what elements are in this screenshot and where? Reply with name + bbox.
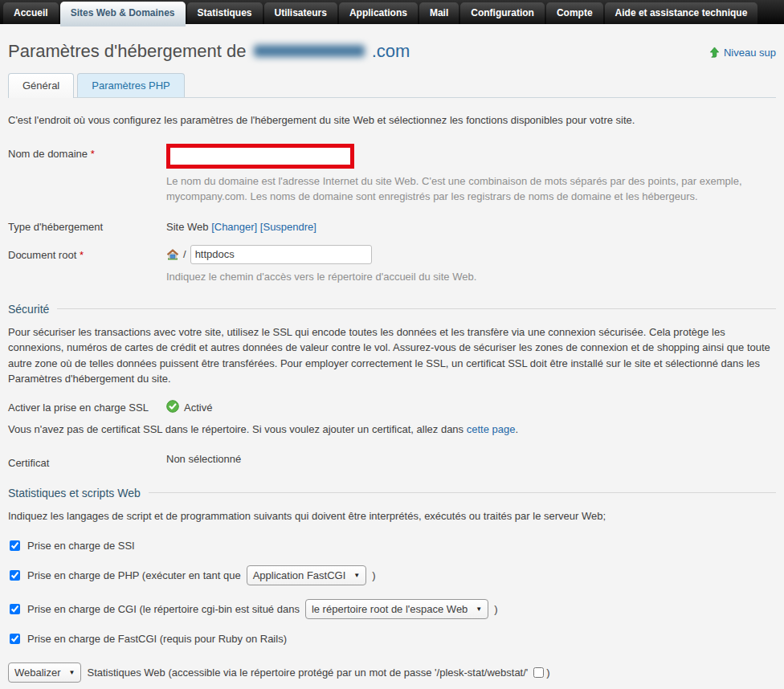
cgi-support-checkbox[interactable]	[10, 604, 20, 614]
section-divider	[57, 308, 776, 309]
certificate-value: Non sélectionné	[166, 453, 241, 469]
nav-tab-utilisateurs[interactable]: Utilisateurs	[264, 2, 337, 24]
hosting-type-value: Site Web	[166, 221, 209, 233]
cgi-support-label: Prise en charge de CGI (le répertoire cg…	[27, 603, 300, 615]
fastcgi-support-checkbox[interactable]	[10, 634, 20, 644]
web-statistics-label: Statistiques Web (accessible via le répe…	[87, 667, 528, 679]
domain-name-label: Nom de domaine *	[8, 144, 166, 160]
chevron-down-icon: ▼	[476, 605, 482, 613]
php-support-label: Prise en charge de PHP (exécuter en tant…	[27, 569, 241, 581]
ssi-support-checkbox[interactable]	[10, 540, 20, 551]
document-root-row: Document root * / Indiquez le chemin d'a…	[8, 245, 776, 285]
required-asterisk: *	[91, 148, 95, 160]
chevron-down-icon: ▼	[353, 572, 360, 579]
nav-tab-statistiques[interactable]: Statistiques	[187, 2, 263, 24]
certificate-note: Vous n'avez pas de certificat SSL dans l…	[8, 423, 776, 435]
php-handler-select[interactable]: Application FastCGI ▼	[247, 565, 367, 585]
cgi-support-row: Prise en charge de CGI (le répertoire cg…	[8, 599, 776, 619]
settings-tabs: Général Paramètres PHP	[8, 73, 776, 98]
nav-tab-mail[interactable]: Mail	[419, 2, 459, 24]
certificate-page-link[interactable]: cette page	[467, 423, 516, 435]
nav-tab-aide[interactable]: Aide et assistance technique	[605, 2, 758, 24]
fastcgi-support-label: Prise en charge de FastCGI (requis pour …	[27, 633, 287, 645]
stats-description: Indiquez les langages de script et de pr…	[8, 508, 776, 524]
domain-redacted	[254, 45, 365, 57]
domain-name-hint: Le nom du domaine est l'adresse Internet…	[166, 174, 765, 205]
page-title: Paramètres d'hébergement de .com	[8, 41, 410, 62]
hosting-type-change-link[interactable]: [Changer]	[211, 221, 257, 233]
tab-parametres-php[interactable]: Paramètres PHP	[77, 73, 185, 97]
ssl-support-row: Activer la prise en charge SSL Activé	[8, 400, 776, 415]
php-support-row: Prise en charge de PHP (exécuter en tant…	[8, 565, 776, 585]
nav-tab-compte[interactable]: Compte	[546, 2, 603, 24]
annotation-rectangle-domain	[166, 144, 354, 169]
web-statistics-select[interactable]: Webalizer ▼	[8, 662, 81, 683]
web-statistics-row: Webalizer ▼ Statistiques Web (accessible…	[8, 662, 776, 683]
title-row: Paramètres d'hébergement de .com Niveau …	[8, 41, 776, 62]
security-description: Pour sécuriser les transactions avec vot…	[8, 324, 776, 387]
domain-suffix: .com	[372, 41, 410, 61]
ssi-support-row: Prise en charge de SSI	[8, 540, 776, 552]
document-root-label: Document root *	[8, 245, 166, 261]
nav-tab-sites-web-domaines[interactable]: Sites Web & Domaines	[60, 2, 186, 26]
fastcgi-support-row: Prise en charge de FastCGI (requis pour …	[8, 633, 776, 645]
ssl-status-text: Activé	[184, 402, 212, 414]
document-root-input[interactable]	[190, 245, 372, 264]
hosting-type-label: Type d'hébergement	[8, 217, 166, 233]
domain-name-row: Nom de domaine * Le nom du domaine est l…	[8, 144, 776, 205]
php-support-checkbox[interactable]	[10, 570, 20, 581]
chevron-down-icon: ▼	[69, 669, 76, 676]
intro-text: C'est l'endroit où vous configurez les p…	[8, 114, 776, 126]
certificate-label: Certificat	[8, 453, 166, 469]
ssi-support-label: Prise en charge de SSI	[27, 540, 135, 552]
nav-tab-accueil[interactable]: Accueil	[3, 2, 59, 24]
stats-section-heading: Statistiques et scripts Web	[8, 487, 776, 499]
cgi-bin-location-select[interactable]: le répertoire root de l'espace Web ▼	[305, 599, 488, 619]
required-asterisk: *	[80, 249, 84, 261]
protected-directory-checkbox[interactable]	[533, 667, 544, 678]
status-enabled-icon	[166, 400, 179, 415]
level-up-label: Niveau sup	[724, 47, 776, 59]
domain-name-input[interactable]	[170, 148, 350, 165]
path-separator: /	[183, 248, 186, 260]
level-up-link[interactable]: Niveau sup	[708, 47, 776, 59]
top-navigation: Accueil Sites Web & Domaines Statistique…	[0, 0, 784, 24]
nav-tab-applications[interactable]: Applications	[339, 2, 418, 24]
tab-general[interactable]: Général	[8, 73, 74, 98]
certificate-row: Certificat Non sélectionné	[8, 453, 776, 469]
section-divider	[149, 492, 776, 493]
hosting-type-row: Type d'hébergement Site Web [Changer] [S…	[8, 217, 776, 233]
hosting-type-suspend-link[interactable]: [Suspendre]	[260, 221, 316, 233]
ssl-support-label: Activer la prise en charge SSL	[8, 402, 166, 414]
nav-tab-configuration[interactable]: Configuration	[460, 2, 545, 24]
security-section-heading: Sécurité	[8, 303, 776, 316]
level-up-icon	[708, 47, 721, 59]
home-folder-icon	[166, 248, 179, 261]
page-title-prefix: Paramètres d'hébergement de	[8, 41, 246, 61]
document-root-hint: Indiquez le chemin d'accès vers le réper…	[166, 270, 476, 285]
